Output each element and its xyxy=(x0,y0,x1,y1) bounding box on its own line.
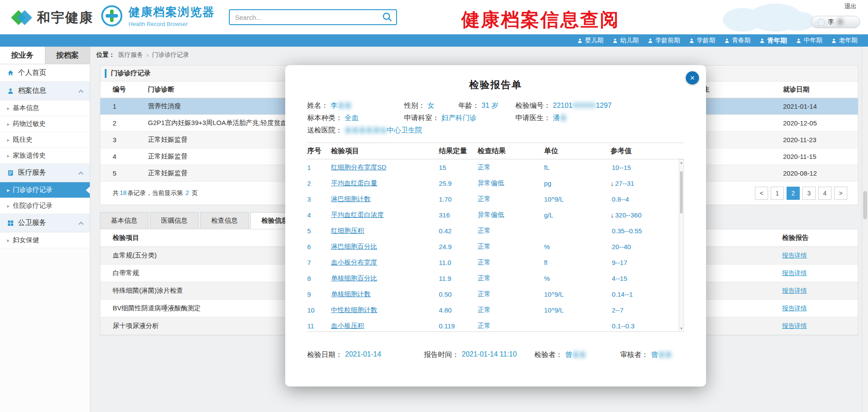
page-1-button[interactable]: 1 xyxy=(771,187,784,200)
cloud-decoration xyxy=(714,2,815,33)
sidebar-item-past-history[interactable]: 既往史 xyxy=(0,132,90,148)
page-2-button[interactable]: 2 xyxy=(787,187,800,200)
sidebar-tab-by-business[interactable]: 按业务 xyxy=(0,47,45,64)
result-item-link[interactable]: 淋巴细胞百分比 xyxy=(331,243,439,251)
tester-label: 检验者： xyxy=(534,350,563,360)
tab-doctor-orders[interactable]: 医嘱信息 xyxy=(150,212,199,229)
scrollbar-thumb[interactable] xyxy=(863,191,867,219)
test-date-label: 检验日期： xyxy=(307,350,342,360)
result-item-link[interactable]: 平均血红蛋白量 xyxy=(331,179,439,188)
modal-scrollbar[interactable]: ▲ ▼ xyxy=(679,159,684,332)
sidebar-item-label: 门诊诊疗记录 xyxy=(13,186,52,194)
result-item-link[interactable]: 血小板压积 xyxy=(331,322,439,330)
sidebar-group-archive-info[interactable]: 档案信息 xyxy=(0,82,90,100)
person-icon xyxy=(689,38,695,44)
result-item-link[interactable]: 红细胞压积 xyxy=(331,227,439,235)
agebar-item-infant[interactable]: 婴儿期 xyxy=(577,37,603,44)
scrollbar-thumb[interactable] xyxy=(680,171,683,213)
result-value: 0.42 xyxy=(439,227,478,235)
lab-result-row: 7 血小板分布宽度 11.0 正常 fl 9--17 xyxy=(307,254,684,270)
agebar-item-toddler[interactable]: 幼儿期 xyxy=(612,37,639,44)
result-item-link[interactable]: 红细胞分布宽度SD xyxy=(331,163,439,172)
search-icon[interactable] xyxy=(382,12,393,22)
sidebar-item-home[interactable]: 个人首页 xyxy=(0,64,90,82)
sidebar-item-outpatient-records[interactable]: 门诊诊疗记录 xyxy=(0,182,90,198)
result-unit: g/L xyxy=(544,211,611,219)
close-icon[interactable]: × xyxy=(686,71,699,85)
lab-result-row: 4 平均血红蛋白浓度 316 异常偏低 g/L ↓320--360 xyxy=(307,207,684,223)
home-icon xyxy=(7,70,14,77)
report-detail-link[interactable]: 报告详情 xyxy=(782,252,858,260)
scroll-down-icon[interactable]: ▼ xyxy=(679,327,684,331)
sidebar-item-label: 妇女保健 xyxy=(13,236,39,244)
page-4-button[interactable]: 4 xyxy=(818,187,831,200)
health-cross-icon xyxy=(100,4,123,27)
agebar-item-senior[interactable]: 老年期 xyxy=(831,37,857,44)
test-date: 2021-01-14 xyxy=(345,350,381,360)
result-value: 0.50 xyxy=(439,291,478,298)
sidebar-item-label: 基本信息 xyxy=(13,104,39,112)
breadcrumb-prefix: 位置： xyxy=(96,51,115,59)
breadcrumb: 位置： 医疗服务 › 门诊诊疗记录 xyxy=(90,47,868,63)
report-detail-link[interactable]: 报告详情 xyxy=(782,305,858,313)
result-item-link[interactable]: 中性粒细胞计数 xyxy=(331,306,439,314)
lab-report-modal: × 检验报告单 姓名：李某某 性别：女 年龄：31 岁 检验编号：2210100… xyxy=(285,65,706,386)
logout-link[interactable]: 退出 xyxy=(844,3,857,11)
result-seq: 7 xyxy=(307,259,331,266)
result-status: 正常 xyxy=(478,163,544,172)
hospital-label: 送检医院： xyxy=(307,124,342,136)
agebar-item-youth[interactable]: 青年期 xyxy=(759,37,787,45)
result-value: 11.9 xyxy=(439,275,478,282)
tab-exam-info[interactable]: 检查信息 xyxy=(200,212,249,229)
result-item-link[interactable]: 平均血红蛋白浓度 xyxy=(331,211,439,219)
report-detail-link[interactable]: 报告详情 xyxy=(782,269,858,277)
report-time-label: 报告时间： xyxy=(424,350,459,360)
result-item-link[interactable]: 淋巴细胞计数 xyxy=(331,195,439,203)
agebar-item-adolescent[interactable]: 青春期 xyxy=(724,37,750,44)
tab-basic-info[interactable]: 基本信息 xyxy=(100,212,148,229)
record-count-summary: 共18条记录，当前显示第 2 页 xyxy=(113,189,198,197)
sidebar-item-basic-info[interactable]: 基本信息 xyxy=(0,100,90,116)
result-value: 316 xyxy=(439,211,478,219)
panel-title: 门诊诊疗记录 xyxy=(111,69,151,77)
auditor-name: 曾 xyxy=(651,351,658,358)
sidebar-item-inpatient-records[interactable]: 住院诊疗记录 xyxy=(0,198,90,214)
agebar-item-label: 中年期 xyxy=(804,37,822,44)
agebar-item-school[interactable]: 学龄期 xyxy=(689,37,715,44)
abnormal-arrow-icon: ↓ xyxy=(611,180,614,187)
sidebar-group-public-health[interactable]: 公卫服务 xyxy=(0,214,90,232)
sidebar-group-medical-service[interactable]: 医疗服务 xyxy=(0,164,90,182)
sidebar-tab-by-archive[interactable]: 按档案 xyxy=(45,47,90,64)
agebar-item-preschool[interactable]: 学龄前期 xyxy=(647,37,680,44)
col-unit: 单位 xyxy=(544,147,611,156)
sidebar-item-women-health[interactable]: 妇女保健 xyxy=(0,232,90,248)
result-unit: pg xyxy=(544,180,611,187)
user-name-blurred: 某 xyxy=(837,18,843,26)
report-detail-link[interactable]: 报告详情 xyxy=(782,287,858,295)
user-menu[interactable]: 李 某 xyxy=(811,16,860,28)
report-detail-link[interactable]: 报告详情 xyxy=(782,322,858,330)
result-reference: 27--31 xyxy=(615,180,634,187)
search-input[interactable] xyxy=(235,14,382,21)
page-3-button[interactable]: 3 xyxy=(802,187,816,200)
result-item-link[interactable]: 血小板分布宽度 xyxy=(331,258,439,267)
result-value: 1.70 xyxy=(439,195,478,203)
person-icon xyxy=(724,38,730,44)
result-reference: 10--15 xyxy=(612,164,631,171)
result-seq: 11 xyxy=(307,322,331,330)
sidebar-item-drug-allergy[interactable]: 药物过敏史 xyxy=(0,116,90,132)
sidebar-item-family-history[interactable]: 家族遗传史 xyxy=(0,148,90,164)
col-no: 编号 xyxy=(113,85,148,94)
page-scrollbar[interactable] xyxy=(862,47,868,412)
agebar-item-middleage[interactable]: 中年期 xyxy=(796,37,822,44)
gender-label: 性别： xyxy=(404,99,425,112)
chevron-up-icon xyxy=(78,89,84,93)
scroll-up-icon[interactable]: ▲ xyxy=(679,161,684,165)
result-status: 正常 xyxy=(478,322,544,330)
page-prev-button[interactable]: < xyxy=(755,187,768,200)
page-next-button[interactable]: > xyxy=(834,187,847,200)
result-item-link[interactable]: 单核细胞计数 xyxy=(331,290,439,298)
breadcrumb-level1[interactable]: 医疗服务 xyxy=(118,51,143,59)
search-box[interactable] xyxy=(229,9,397,25)
result-item-link[interactable]: 单核细胞百分比 xyxy=(331,274,439,283)
